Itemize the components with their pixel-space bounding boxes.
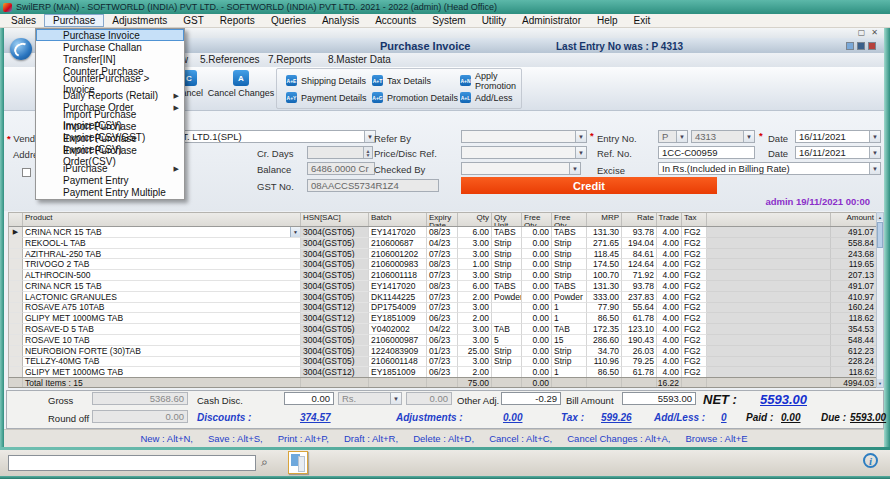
- payment-details-button[interactable]: A+YPayment Details: [286, 89, 372, 106]
- refer-by-combo[interactable]: ▼: [461, 130, 587, 143]
- chevron-down-icon[interactable]: ▼: [869, 163, 880, 174]
- menu-item-purchase-invoice[interactable]: Purchase Invoice: [36, 29, 184, 41]
- scroll-up-icon[interactable]: ▲: [877, 213, 883, 221]
- column-header-blank[interactable]: [707, 213, 831, 226]
- child-maximize-icon[interactable]: ▢: [858, 28, 866, 37]
- menu-system[interactable]: System: [424, 14, 473, 27]
- column-header-free-qty[interactable]: Free Qty.: [552, 213, 587, 226]
- chevron-down-icon[interactable]: ▼: [569, 163, 580, 174]
- swilerp-logo[interactable]: [10, 38, 32, 60]
- tab-5-references[interactable]: 5.References: [200, 54, 259, 65]
- table-row[interactable]: ROSAVE 10 TAB3004(GST05)210600098706/233…: [9, 335, 884, 346]
- column-header-blank[interactable]: [9, 213, 23, 226]
- form-checkbox[interactable]: [22, 168, 31, 177]
- chevron-down-icon[interactable]: ▼: [743, 131, 754, 142]
- info-icon[interactable]: i: [863, 453, 878, 468]
- menu-item-transfer-in[interactable]: Transfer[IN]: [36, 53, 184, 65]
- menu-reports[interactable]: Reports: [212, 14, 263, 27]
- menu-help[interactable]: Help: [589, 14, 626, 27]
- grid-scrollbar[interactable]: ▲ ▼: [876, 212, 884, 388]
- table-row[interactable]: ▶CRINA NCR 15 TAB▼3004(GST05)EY141702008…: [9, 227, 884, 238]
- tax-details-button[interactable]: A+TTax Details: [372, 72, 460, 89]
- entry-prefix-combo[interactable]: P▼: [658, 130, 688, 143]
- menu-item-purchase-challan[interactable]: Purchase Challan: [36, 41, 184, 53]
- search-icon[interactable]: ⌕: [261, 455, 268, 469]
- column-header-hsn-sac[interactable]: HSN[SAC]: [301, 213, 369, 226]
- menu-item-ipurchase[interactable]: iPurchase▶: [36, 163, 184, 175]
- child-close-icon[interactable]: ✕: [871, 28, 878, 37]
- chevron-down-icon[interactable]: ▼: [575, 147, 586, 158]
- scrollbar-thumb[interactable]: [877, 222, 883, 248]
- menu-item-export-purchase-order-csv[interactable]: Export Purchase Order(CSV): [36, 150, 184, 162]
- shipping-details-button[interactable]: A+EShipping Details: [286, 72, 372, 89]
- table-row[interactable]: GLIPY MET 1000MG TAB3004(GST12)EY1851009…: [9, 367, 884, 377]
- spinner-icon[interactable]: ▲▼: [363, 147, 372, 158]
- menu-accounts[interactable]: Accounts: [367, 14, 424, 27]
- promotion-details-button[interactable]: A+GPromotion Details: [372, 89, 460, 106]
- table-row[interactable]: TRIVOGO 2 TAB3004(GST05)210600098308/231…: [9, 259, 884, 270]
- price-disc-combo[interactable]: ▼: [461, 146, 587, 159]
- checked-by-combo[interactable]: ▼: [461, 162, 581, 175]
- scroll-down-icon[interactable]: ▼: [877, 379, 883, 387]
- column-header-expiry-date[interactable]: Expiry Date: [427, 213, 458, 226]
- ref-date-field[interactable]: 16/11/2021▼: [795, 146, 881, 159]
- table-row[interactable]: ROSAVE A75 10TAB3004(GST12)DP175400907/2…: [9, 303, 884, 314]
- table-row[interactable]: ROSAVE-D 5 TAB3004(GST05)Y040200204/223.…: [9, 324, 884, 335]
- menu-item-counterpurchase-invoice[interactable]: CounterPurchase > Invoice: [36, 78, 184, 90]
- column-header-product[interactable]: Product: [23, 213, 301, 226]
- chevron-down-icon[interactable]: ▼: [869, 147, 880, 158]
- menu-sales[interactable]: Sales: [3, 14, 44, 27]
- currency-combo[interactable]: Rs.▼: [338, 392, 402, 405]
- table-row[interactable]: REKOOL-L TAB3004(GST05)21060068704/233.0…: [9, 238, 884, 249]
- chevron-down-icon[interactable]: ▼: [869, 131, 880, 142]
- credit-button[interactable]: Credit: [461, 177, 717, 194]
- cash-disc-field[interactable]: 0.00: [284, 392, 334, 405]
- search-input[interactable]: [8, 455, 256, 471]
- cancel-changes-button[interactable]: A Cancel Changes: [205, 70, 277, 98]
- copy-document-icon[interactable]: [288, 451, 308, 474]
- menu-queries[interactable]: Queries: [263, 14, 314, 27]
- table-row[interactable]: NEUROBION FORTE (30)TAB3004(GST05)122408…: [9, 346, 884, 357]
- apply-promotion-button[interactable]: A+NApply Promotion: [460, 72, 532, 89]
- table-row[interactable]: GLIPY MET 1000MG TAB3004(GST12)EY1851009…: [9, 313, 884, 324]
- menu-analysis[interactable]: Analysis: [314, 14, 367, 27]
- other-adj-field[interactable]: -0.29: [501, 392, 561, 405]
- entry-date-field[interactable]: 16/11/2021▼: [795, 130, 881, 143]
- menu-item-daily-reports-retail[interactable]: Daily Reports (Retail)▶: [36, 90, 184, 102]
- entry-no-combo[interactable]: 4313▼: [691, 130, 755, 143]
- tab-8-master-data[interactable]: 8.Master Data: [328, 54, 391, 65]
- column-header-rate[interactable]: Rate: [622, 213, 657, 226]
- column-header-free-qty[interactable]: Free Qty.: [522, 213, 552, 226]
- chevron-down-icon[interactable]: ▼: [290, 227, 300, 237]
- column-header-tax[interactable]: Tax: [682, 213, 707, 226]
- chevron-down-icon[interactable]: ▼: [575, 131, 586, 142]
- restore-window-icon[interactable]: [857, 42, 865, 50]
- menu-adjustments[interactable]: Adjustments: [104, 14, 175, 27]
- column-header-batch[interactable]: Batch: [369, 213, 427, 226]
- minimize-window-icon[interactable]: [846, 42, 854, 50]
- bill-amount-field[interactable]: 5593.00: [622, 392, 696, 405]
- add-less-button[interactable]: A+LAdd/Less: [460, 89, 532, 106]
- table-row[interactable]: AZITHRAL-250 TAB3004(GST05)210600120207/…: [9, 249, 884, 260]
- menu-administrator[interactable]: Administrator: [514, 14, 589, 27]
- menu-item-payment-entry[interactable]: Payment Entry: [36, 175, 184, 187]
- table-row[interactable]: ALTHROCIN-5003004(GST05)210600111807/233…: [9, 270, 884, 281]
- column-header-amount[interactable]: Amount: [831, 213, 877, 226]
- chevron-down-icon[interactable]: ▼: [676, 131, 687, 142]
- table-row[interactable]: LACTONIC GRANULES3004(GST05)DK114422507/…: [9, 292, 884, 303]
- column-header-mrp[interactable]: MRP: [587, 213, 622, 226]
- menu-exit[interactable]: Exit: [626, 14, 659, 27]
- table-row[interactable]: TELLZY-40MG TAB3004(GST05)210600114807/2…: [9, 357, 884, 368]
- menu-item-payment-entry-multiple[interactable]: Payment Entry Multiple: [36, 187, 184, 199]
- table-row[interactable]: CRINA NCR 15 TAB3004(GST05)EY141702008/2…: [9, 281, 884, 292]
- cr-days-field[interactable]: ▲▼: [307, 146, 373, 159]
- menu-utility[interactable]: Utility: [474, 14, 514, 27]
- menu-gst[interactable]: GST: [175, 14, 212, 27]
- chevron-down-icon[interactable]: ▼: [390, 393, 401, 404]
- ref-no-field[interactable]: 1CC-C00959: [658, 146, 755, 159]
- tab-7-reports[interactable]: 7.Reports: [268, 54, 311, 65]
- close-window-icon[interactable]: [868, 42, 876, 50]
- column-header-qty[interactable]: Qty: [458, 213, 492, 226]
- menu-purchase[interactable]: Purchase: [44, 14, 104, 27]
- column-header-qty-unit[interactable]: Qty Unit: [492, 213, 522, 226]
